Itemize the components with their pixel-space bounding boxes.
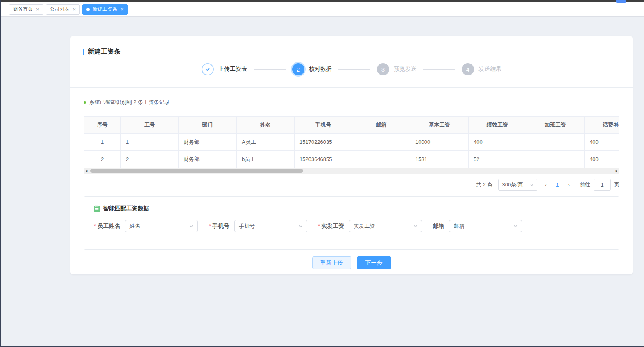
horizontal-scrollbar[interactable]: ◂ ▸ [84,168,619,174]
active-dot-icon [86,8,90,11]
cell [526,151,585,168]
action-buttons: 重新上传 下一步 [84,256,619,269]
smart-match-title-text: 智能匹配工资数据 [103,205,149,212]
current-page[interactable]: 1 [554,182,560,188]
cell: 400 [469,134,526,151]
col-header: 加班工资 [526,117,585,134]
page-suffix: 页 [614,181,619,188]
step-label: 上传工资表 [218,66,247,73]
required-asterisk: * [209,222,211,229]
net-salary-select[interactable]: 实发工资 [349,220,422,232]
salary-table: 序号 工号 部门 姓名 手机号 邮箱 基本工资 绩效工资 加班工资 话费补贴 [84,116,619,168]
col-header: 绩效工资 [469,117,526,134]
scrollbar-track[interactable] [89,168,614,174]
goto-page-input[interactable] [594,179,611,191]
browser-accent-pill [616,0,626,3]
cell: 2 [84,151,121,168]
step-preview-send: 3 预览发送 [377,63,417,75]
field-employee-name: *员工姓名 姓名 [94,220,198,232]
step-number: 2 [292,63,304,75]
tab-company-list[interactable]: 公司列表 × [46,4,80,15]
chevron-down-icon [530,183,534,187]
page-title: 新建工资条 [83,48,620,56]
field-label: *手机号 [209,222,229,230]
step-connector [338,69,370,70]
required-asterisk: * [94,222,96,229]
check-icon [202,63,214,75]
col-header: 姓名 [237,117,295,134]
step-send-result: 4 发送结果 [462,63,501,75]
field-label: *员工姓名 [94,222,120,230]
step-connector [423,69,455,70]
window-frame: 财务首页 × 公司列表 × 新建工资条 × 新建工资条 [0,0,644,347]
required-asterisk: * [318,222,320,229]
close-icon[interactable]: × [120,7,124,12]
field-label: 邮箱 [433,222,444,230]
scroll-left-icon[interactable]: ◂ [84,168,89,174]
scrollbar-thumb[interactable] [90,169,303,173]
col-header: 序号 [84,117,121,134]
cell: 财务部 [179,151,237,168]
cell: 1531 [410,151,469,168]
step-label: 发送结果 [478,66,501,73]
select-value: 手机号 [239,222,255,230]
field-net-salary: *实发工资 实发工资 [318,220,422,232]
cell [352,134,410,151]
step-connector [254,69,286,70]
cell: 财务部 [179,134,237,151]
title-accent-bar [83,49,84,55]
page-size-select[interactable]: 300条/页 [498,179,537,191]
chevron-down-icon [513,224,517,228]
table-row: 2 2 财务部 b员工 15203646855 1531 52 400 [84,151,620,168]
select-value: 实发工资 [354,222,375,230]
page-title-text: 新建工资条 [88,48,120,56]
col-header: 基本工资 [410,117,469,134]
cell [526,134,585,151]
cell: b员工 [237,151,295,168]
cell: 15170226035 [295,134,352,151]
cell [352,151,410,168]
card-body: 系统已智能识别到 2 条工资条记录 序号 工号 部门 [70,99,633,274]
notice-text: 系统已智能识别到 2 条工资条记录 [89,99,170,106]
col-header: 部门 [179,117,237,134]
pagination: 共 2 条 300条/页 ‹ 1 › 前往 页 [84,179,619,191]
col-header: 手机号 [295,117,352,134]
scroll-right-icon[interactable]: ▸ [614,168,619,174]
cell: 2 [121,151,179,168]
close-icon[interactable]: × [73,7,76,12]
cell: 1 [84,134,121,151]
step-upload: 上传工资表 [202,63,247,75]
next-page-button[interactable]: › [566,181,571,188]
table-header-row: 序号 工号 部门 姓名 手机号 邮箱 基本工资 绩效工资 加班工资 话费补贴 [84,117,620,134]
reupload-button[interactable]: 重新上传 [312,256,351,269]
browser-top-strip [1,0,644,2]
page-size-value: 300条/页 [502,181,523,188]
tab-label: 公司列表 [50,6,70,13]
tab-label: 财务首页 [13,6,33,13]
close-icon[interactable]: × [36,7,39,12]
tab-label: 新建工资条 [93,6,117,13]
smart-match-title: 智能匹配工资数据 [94,205,609,212]
field-label: *实发工资 [318,222,344,230]
email-select[interactable]: 邮箱 [449,220,522,232]
employee-name-select[interactable]: 姓名 [125,220,198,232]
next-step-button[interactable]: 下一步 [357,256,391,269]
phone-select[interactable]: 手机号 [234,220,307,232]
total-count: 共 2 条 [476,181,492,188]
cell: 10000 [410,134,469,151]
match-form: *员工姓名 姓名 *手机号 手机号 [94,220,609,232]
clipboard-icon [94,205,100,212]
cell: 52 [469,151,526,168]
goto-page: 前往 页 [580,179,619,191]
page-background: 新建工资条 上传工资表 2 核对数据 [1,17,644,346]
tab-finance-home[interactable]: 财务首页 × [9,4,43,15]
step-number: 3 [377,63,389,75]
cell: A员工 [237,134,295,151]
col-header: 话费补贴 [585,117,620,134]
tab-new-payslip[interactable]: 新建工资条 × [82,4,128,15]
recognition-notice: 系统已智能识别到 2 条工资条记录 [84,99,619,106]
select-value: 姓名 [129,222,140,230]
select-value: 邮箱 [454,222,464,230]
field-phone: *手机号 手机号 [209,220,307,232]
prev-page-button[interactable]: ‹ [543,181,549,188]
